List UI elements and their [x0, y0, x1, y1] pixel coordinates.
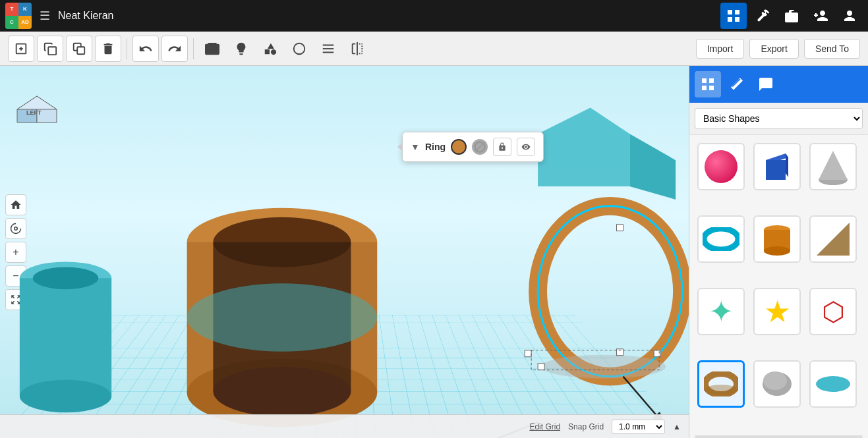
new-button[interactable]	[8, 36, 34, 62]
ring-hole-color[interactable]	[472, 139, 488, 155]
svg-rect-8	[77, 47, 84, 54]
shape-sphere[interactable]	[697, 143, 745, 190]
logo-cell-k: K	[18, 3, 32, 16]
popup-arrow	[397, 143, 403, 151]
svg-marker-54	[817, 223, 850, 256]
menu-icon[interactable]: ☰	[40, 9, 50, 23]
shapes-grid: ✦ ★ ⬡	[689, 135, 868, 435]
shape-star-teal[interactable]: ✦	[697, 288, 745, 335]
svg-rect-31	[654, 350, 660, 357]
svg-point-19	[33, 267, 99, 289]
panel-shapes-grid-icon[interactable]	[695, 71, 721, 97]
grid-view-button[interactable]	[720, 3, 747, 29]
toolbar-right: Import Export Send To	[696, 39, 860, 59]
panel-top-icons	[689, 66, 868, 103]
nav-title: Neat Kieran	[58, 10, 715, 22]
svg-rect-2	[728, 17, 732, 22]
camera-tool-btn[interactable]	[199, 36, 225, 62]
shape-star-yellow[interactable]: ★	[753, 288, 801, 335]
svg-rect-42	[702, 86, 707, 90]
align-tool-btn[interactable]	[315, 36, 341, 62]
duplicate-button[interactable]	[66, 36, 92, 62]
import-button[interactable]: Import	[696, 39, 745, 59]
nav-right	[720, 3, 863, 29]
shape-ring[interactable]	[697, 360, 745, 408]
orbit-button[interactable]	[5, 218, 26, 239]
snap-grid-label: Snap Grid	[568, 422, 604, 431]
svg-marker-37	[629, 134, 676, 200]
navbar: T K C AD ☰ Neat Kieran	[0, 0, 868, 32]
svg-rect-45	[766, 160, 786, 180]
bulb-tool-btn[interactable]	[228, 36, 254, 62]
svg-point-23	[213, 217, 351, 267]
shape-blob[interactable]	[753, 360, 801, 408]
home-view-button[interactable]	[5, 194, 26, 215]
right-panel: Basic Shapes Letters Numbers Connectors …	[689, 66, 868, 438]
visibility-popup-btn[interactable]	[517, 138, 535, 156]
zoom-in-button[interactable]: +	[5, 242, 26, 263]
svg-point-52	[764, 246, 790, 256]
shape-gem[interactable]: ⬡	[809, 288, 857, 335]
shape-ellipse-flat[interactable]	[809, 360, 857, 408]
star-yellow-icon: ★	[764, 296, 791, 327]
separator-2	[193, 38, 194, 59]
svg-marker-13	[17, 96, 57, 109]
send-to-button[interactable]: Send To	[804, 39, 860, 59]
svg-rect-10	[323, 48, 334, 49]
svg-point-20	[187, 208, 378, 277]
bottom-bar: Edit Grid Snap Grid 1.0 mm 0.1 mm 0.25 m…	[0, 414, 689, 438]
svg-point-58	[763, 371, 787, 390]
viewport[interactable]: LEFT + −	[0, 66, 689, 438]
ring-popup: ▼ Ring	[402, 132, 544, 162]
left-controls: + −	[5, 194, 26, 310]
svg-rect-1	[735, 10, 739, 14]
logo[interactable]: T K C AD	[5, 3, 32, 29]
shapes-category-dropdown[interactable]: Basic Shapes Letters Numbers Connectors …	[695, 108, 863, 129]
svg-rect-40	[702, 78, 707, 83]
svg-rect-3	[735, 17, 739, 22]
svg-rect-34	[617, 349, 623, 356]
shape-tool-btn[interactable]	[257, 36, 283, 62]
svg-point-4	[847, 11, 852, 16]
svg-rect-41	[709, 78, 714, 83]
svg-point-16	[20, 261, 111, 294]
shape-cylinder[interactable]	[753, 215, 801, 263]
redo-button[interactable]	[161, 36, 188, 62]
ring-solid-color[interactable]	[451, 139, 467, 155]
fit-view-button[interactable]	[5, 289, 26, 310]
zoom-out-button[interactable]: −	[5, 265, 26, 287]
star-teal-icon: ✦	[709, 296, 734, 327]
briefcase-button[interactable]	[778, 3, 805, 29]
shape-wedge[interactable]	[809, 215, 857, 263]
avatar-button[interactable]	[836, 3, 863, 29]
delete-button[interactable]	[95, 36, 121, 62]
shape-box[interactable]	[753, 143, 801, 190]
panel-note-icon[interactable]	[753, 71, 779, 97]
undo-button[interactable]	[132, 36, 159, 62]
export-button[interactable]: Export	[749, 39, 798, 59]
edit-grid-button[interactable]: Edit Grid	[529, 422, 560, 431]
add-user-button[interactable]	[807, 3, 834, 29]
svg-rect-33	[617, 225, 623, 231]
panel-ruler-icon[interactable]	[724, 71, 750, 97]
ring-popup-dropdown-arrow[interactable]: ▼	[411, 142, 420, 152]
svg-marker-46	[786, 153, 788, 177]
snap-arrow: ▲	[673, 422, 681, 431]
lock-popup-btn[interactable]	[493, 138, 511, 156]
copy-button[interactable]	[37, 36, 63, 62]
snap-grid-select[interactable]: 1.0 mm 0.1 mm 0.25 mm 0.5 mm 2.0 mm 5.0 …	[612, 420, 665, 434]
toolbar: Import Export Send To	[0, 32, 868, 66]
build-button[interactable]	[749, 3, 776, 29]
ring-popup-title: Ring	[425, 142, 446, 152]
shape-cone[interactable]	[809, 143, 857, 190]
svg-rect-0	[728, 10, 732, 14]
cube-indicator[interactable]: LEFT	[11, 76, 63, 129]
gem-icon: ⬡	[822, 298, 845, 325]
main-content: LEFT + −	[0, 66, 868, 438]
svg-rect-6	[48, 47, 56, 55]
shape-torus[interactable]	[697, 215, 745, 263]
circle-tool-btn[interactable]	[286, 36, 312, 62]
svg-marker-48	[819, 151, 848, 180]
svg-rect-43	[709, 86, 714, 90]
flip-tool-btn[interactable]	[344, 36, 370, 62]
